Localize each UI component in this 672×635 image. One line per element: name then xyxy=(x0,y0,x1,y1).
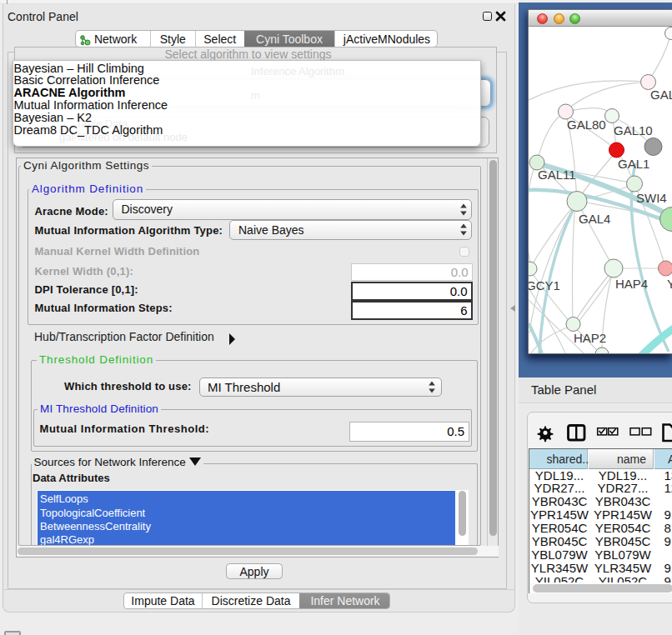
svg-text:SWI4: SWI4 xyxy=(636,191,667,205)
svg-text:HAP4: HAP4 xyxy=(615,277,648,291)
svg-text:HAP2: HAP2 xyxy=(574,331,606,345)
svg-text:GAL10: GAL10 xyxy=(614,123,653,138)
svg-text:GAL4: GAL4 xyxy=(579,212,610,226)
svg-text:GAL: GAL xyxy=(650,88,672,102)
svg-text:GAL11: GAL11 xyxy=(538,168,576,182)
svg-text:GCY1: GCY1 xyxy=(529,278,560,292)
svg-text:Y: Y xyxy=(667,277,672,291)
svg-text:GAL1: GAL1 xyxy=(618,157,649,171)
svg-text:GAL80: GAL80 xyxy=(567,118,606,132)
